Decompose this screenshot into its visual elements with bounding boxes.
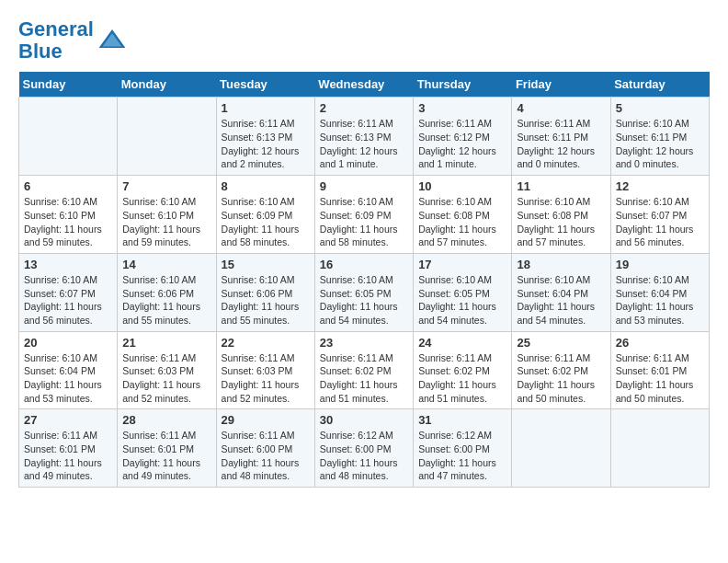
cell-daylight: Daylight: 11 hours and 49 minutes. [24, 457, 102, 482]
day-number: 30 [320, 413, 408, 427]
cell-sunrise: Sunrise: 6:12 AM [418, 430, 492, 441]
cell-sunset: Sunset: 6:00 PM [418, 443, 490, 454]
logo-icon [97, 26, 127, 55]
cell-sunrise: Sunrise: 6:10 AM [24, 196, 97, 207]
cell-sunrise: Sunrise: 6:10 AM [517, 196, 590, 207]
cell-sunset: Sunset: 6:01 PM [616, 365, 688, 376]
cell-sunrise: Sunrise: 6:11 AM [517, 352, 590, 363]
cell-sunset: Sunset: 6:03 PM [122, 365, 194, 376]
calendar-cell: 30 Sunrise: 6:12 AM Sunset: 6:00 PM Dayl… [314, 409, 413, 488]
cell-sunrise: Sunrise: 6:11 AM [517, 118, 590, 129]
calendar-cell: 10 Sunrise: 6:10 AM Sunset: 6:08 PM Dayl… [414, 176, 512, 254]
page-header: GeneralBlue [18, 18, 710, 63]
calendar-cell [19, 98, 118, 176]
day-number: 31 [418, 413, 506, 427]
cell-daylight: Daylight: 11 hours and 51 minutes. [320, 379, 398, 404]
cell-sunrise: Sunrise: 6:11 AM [122, 430, 196, 441]
cell-daylight: Daylight: 12 hours and 0 minutes. [517, 145, 595, 170]
cell-daylight: Daylight: 11 hours and 54 minutes. [517, 301, 595, 326]
cell-sunset: Sunset: 6:00 PM [222, 443, 293, 454]
calendar-cell: 3 Sunrise: 6:11 AM Sunset: 6:12 PM Dayli… [414, 98, 512, 176]
cell-daylight: Daylight: 11 hours and 55 minutes. [122, 301, 200, 326]
day-header-wednesday: Wednesday [314, 72, 413, 98]
day-number: 10 [418, 179, 506, 193]
cell-sunrise: Sunrise: 6:12 AM [320, 430, 393, 441]
calendar-cell [610, 409, 709, 488]
day-number: 14 [122, 258, 210, 271]
day-number: 5 [616, 101, 704, 115]
cell-sunrise: Sunrise: 6:11 AM [320, 118, 393, 129]
cell-sunrise: Sunrise: 6:10 AM [222, 274, 295, 285]
calendar-cell [118, 98, 216, 176]
cell-sunset: Sunset: 6:00 PM [320, 443, 392, 454]
day-number: 6 [24, 179, 112, 193]
calendar-cell: 16 Sunrise: 6:10 AM Sunset: 6:05 PM Dayl… [314, 253, 413, 331]
day-number: 1 [222, 101, 310, 115]
calendar-cell: 2 Sunrise: 6:11 AM Sunset: 6:13 PM Dayli… [314, 98, 413, 176]
calendar-cell: 18 Sunrise: 6:10 AM Sunset: 6:04 PM Dayl… [512, 253, 610, 331]
calendar-week-row: 1 Sunrise: 6:11 AM Sunset: 6:13 PM Dayli… [19, 98, 710, 176]
calendar-cell: 4 Sunrise: 6:11 AM Sunset: 6:11 PM Dayli… [512, 98, 610, 176]
day-header-monday: Monday [118, 72, 216, 98]
cell-sunrise: Sunrise: 6:10 AM [616, 196, 689, 207]
cell-sunset: Sunset: 6:02 PM [418, 365, 490, 376]
cell-sunset: Sunset: 6:02 PM [517, 365, 588, 376]
logo-text: GeneralBlue [18, 18, 94, 63]
calendar-week-row: 20 Sunrise: 6:10 AM Sunset: 6:04 PM Dayl… [19, 331, 710, 409]
day-number: 19 [616, 258, 704, 271]
cell-daylight: Daylight: 11 hours and 53 minutes. [616, 301, 694, 326]
cell-sunset: Sunset: 6:03 PM [222, 365, 293, 376]
cell-sunset: Sunset: 6:10 PM [24, 210, 96, 221]
calendar-cell: 20 Sunrise: 6:10 AM Sunset: 6:04 PM Dayl… [19, 331, 118, 409]
cell-daylight: Daylight: 11 hours and 50 minutes. [517, 379, 595, 404]
cell-daylight: Daylight: 11 hours and 52 minutes. [222, 379, 300, 404]
cell-daylight: Daylight: 11 hours and 57 minutes. [418, 224, 496, 248]
day-number: 11 [517, 179, 605, 193]
cell-daylight: Daylight: 11 hours and 50 minutes. [616, 379, 694, 404]
cell-daylight: Daylight: 11 hours and 54 minutes. [418, 301, 496, 326]
calendar-cell: 23 Sunrise: 6:11 AM Sunset: 6:02 PM Dayl… [314, 331, 413, 409]
cell-sunset: Sunset: 6:05 PM [418, 288, 490, 299]
cell-daylight: Daylight: 11 hours and 49 minutes. [122, 457, 200, 482]
day-number: 21 [122, 336, 210, 350]
cell-sunset: Sunset: 6:12 PM [418, 132, 490, 143]
day-number: 2 [320, 101, 408, 115]
cell-daylight: Daylight: 11 hours and 59 minutes. [122, 224, 200, 248]
cell-daylight: Daylight: 11 hours and 54 minutes. [320, 301, 398, 326]
cell-sunrise: Sunrise: 6:10 AM [517, 274, 590, 285]
cell-daylight: Daylight: 11 hours and 59 minutes. [24, 224, 102, 248]
calendar-cell: 8 Sunrise: 6:10 AM Sunset: 6:09 PM Dayli… [216, 176, 314, 254]
calendar-cell: 27 Sunrise: 6:11 AM Sunset: 6:01 PM Dayl… [19, 409, 118, 488]
calendar-cell: 15 Sunrise: 6:10 AM Sunset: 6:06 PM Dayl… [216, 253, 314, 331]
cell-sunset: Sunset: 6:05 PM [320, 288, 392, 299]
cell-sunrise: Sunrise: 6:11 AM [24, 430, 97, 441]
cell-sunrise: Sunrise: 6:10 AM [616, 274, 689, 285]
cell-daylight: Daylight: 12 hours and 0 minutes. [616, 145, 694, 170]
cell-sunset: Sunset: 6:11 PM [517, 132, 588, 143]
cell-sunrise: Sunrise: 6:10 AM [320, 274, 393, 285]
cell-daylight: Daylight: 11 hours and 55 minutes. [222, 301, 300, 326]
cell-sunrise: Sunrise: 6:10 AM [24, 352, 97, 363]
cell-sunrise: Sunrise: 6:10 AM [122, 196, 196, 207]
cell-sunset: Sunset: 6:09 PM [320, 210, 392, 221]
calendar-cell: 14 Sunrise: 6:10 AM Sunset: 6:06 PM Dayl… [118, 253, 216, 331]
day-number: 28 [122, 413, 210, 427]
day-number: 27 [24, 413, 112, 427]
day-number: 22 [222, 336, 310, 350]
cell-sunset: Sunset: 6:04 PM [616, 288, 688, 299]
day-number: 9 [320, 179, 408, 193]
day-header-friday: Friday [512, 72, 610, 98]
calendar-cell: 28 Sunrise: 6:11 AM Sunset: 6:01 PM Dayl… [118, 409, 216, 488]
day-header-saturday: Saturday [610, 72, 709, 98]
day-number: 15 [222, 258, 310, 271]
cell-sunset: Sunset: 6:04 PM [24, 365, 96, 376]
cell-sunset: Sunset: 6:09 PM [222, 210, 293, 221]
cell-daylight: Daylight: 11 hours and 52 minutes. [122, 379, 200, 404]
cell-daylight: Daylight: 12 hours and 2 minutes. [222, 145, 300, 170]
calendar-cell: 21 Sunrise: 6:11 AM Sunset: 6:03 PM Dayl… [118, 331, 216, 409]
cell-daylight: Daylight: 11 hours and 58 minutes. [222, 224, 300, 248]
cell-daylight: Daylight: 11 hours and 48 minutes. [320, 457, 398, 482]
day-number: 17 [418, 258, 506, 271]
day-number: 26 [616, 336, 704, 350]
calendar-cell: 17 Sunrise: 6:10 AM Sunset: 6:05 PM Dayl… [414, 253, 512, 331]
